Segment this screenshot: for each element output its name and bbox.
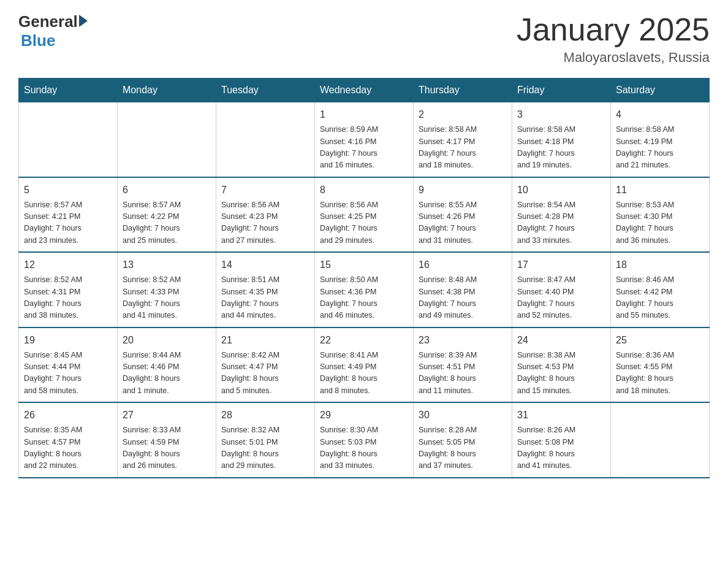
day-info: Sunrise: 8:45 AM Sunset: 4:44 PM Dayligh… — [24, 350, 112, 397]
calendar-cell — [216, 102, 315, 177]
calendar-cell — [611, 402, 710, 478]
day-info: Sunrise: 8:46 AM Sunset: 4:42 PM Dayligh… — [616, 274, 704, 322]
day-number: 17 — [517, 258, 605, 272]
week-row-2: 5Sunrise: 8:57 AM Sunset: 4:21 PM Daylig… — [19, 177, 710, 253]
day-number: 13 — [123, 258, 211, 272]
day-number: 22 — [320, 333, 408, 348]
day-info: Sunrise: 8:56 AM Sunset: 4:23 PM Dayligh… — [221, 199, 309, 247]
day-info: Sunrise: 8:42 AM Sunset: 4:47 PM Dayligh… — [221, 350, 309, 397]
day-number: 27 — [123, 408, 211, 423]
day-number: 3 — [517, 107, 605, 122]
calendar-cell: 7Sunrise: 8:56 AM Sunset: 4:23 PM Daylig… — [216, 177, 315, 253]
title-section: January 2025 Maloyaroslavets, Russia — [517, 12, 710, 66]
calendar-subtitle: Maloyaroslavets, Russia — [517, 50, 710, 66]
calendar-cell: 9Sunrise: 8:55 AM Sunset: 4:26 PM Daylig… — [414, 177, 512, 253]
calendar-cell: 10Sunrise: 8:54 AM Sunset: 4:28 PM Dayli… — [512, 177, 611, 253]
calendar-cell: 14Sunrise: 8:51 AM Sunset: 4:35 PM Dayli… — [216, 252, 315, 327]
day-number: 24 — [517, 333, 605, 348]
day-info: Sunrise: 8:28 AM Sunset: 5:05 PM Dayligh… — [419, 424, 507, 472]
day-info: Sunrise: 8:30 AM Sunset: 5:03 PM Dayligh… — [320, 424, 408, 472]
day-number: 8 — [320, 183, 408, 197]
day-number: 15 — [320, 258, 408, 272]
day-info: Sunrise: 8:54 AM Sunset: 4:28 PM Dayligh… — [517, 199, 605, 247]
day-number: 12 — [24, 258, 112, 272]
page-header: General Blue January 2025 Maloyaroslavet… — [18, 12, 710, 66]
day-number: 10 — [517, 183, 605, 197]
calendar-cell: 8Sunrise: 8:56 AM Sunset: 4:25 PM Daylig… — [315, 177, 414, 253]
calendar-cell: 29Sunrise: 8:30 AM Sunset: 5:03 PM Dayli… — [315, 402, 414, 478]
day-number: 29 — [320, 408, 408, 423]
calendar-cell: 12Sunrise: 8:52 AM Sunset: 4:31 PM Dayli… — [19, 252, 118, 327]
day-number: 16 — [419, 258, 507, 272]
logo-blue-text: Blue — [21, 31, 55, 50]
day-number: 18 — [616, 258, 704, 272]
calendar-title: January 2025 — [517, 12, 710, 47]
weekday-header-tuesday: Tuesday — [216, 79, 315, 102]
weekday-header-row: SundayMondayTuesdayWednesdayThursdayFrid… — [19, 79, 710, 102]
calendar-cell: 23Sunrise: 8:39 AM Sunset: 4:51 PM Dayli… — [414, 327, 512, 403]
calendar-cell: 11Sunrise: 8:53 AM Sunset: 4:30 PM Dayli… — [611, 177, 710, 253]
day-info: Sunrise: 8:56 AM Sunset: 4:25 PM Dayligh… — [320, 199, 408, 247]
calendar-cell: 18Sunrise: 8:46 AM Sunset: 4:42 PM Dayli… — [611, 252, 710, 327]
calendar-cell: 13Sunrise: 8:52 AM Sunset: 4:33 PM Dayli… — [118, 252, 216, 327]
calendar-cell: 27Sunrise: 8:33 AM Sunset: 4:59 PM Dayli… — [118, 402, 216, 478]
day-info: Sunrise: 8:57 AM Sunset: 4:21 PM Dayligh… — [24, 199, 112, 247]
calendar-cell: 24Sunrise: 8:38 AM Sunset: 4:53 PM Dayli… — [512, 327, 611, 403]
day-info: Sunrise: 8:44 AM Sunset: 4:46 PM Dayligh… — [123, 350, 211, 397]
calendar-cell: 15Sunrise: 8:50 AM Sunset: 4:36 PM Dayli… — [315, 252, 414, 327]
day-number: 19 — [24, 333, 112, 348]
day-info: Sunrise: 8:48 AM Sunset: 4:38 PM Dayligh… — [419, 274, 507, 322]
day-info: Sunrise: 8:59 AM Sunset: 4:16 PM Dayligh… — [320, 124, 408, 172]
day-info: Sunrise: 8:52 AM Sunset: 4:33 PM Dayligh… — [123, 274, 211, 322]
weekday-header-saturday: Saturday — [611, 79, 710, 102]
calendar-cell: 31Sunrise: 8:26 AM Sunset: 5:08 PM Dayli… — [512, 402, 611, 478]
calendar-cell: 22Sunrise: 8:41 AM Sunset: 4:49 PM Dayli… — [315, 327, 414, 403]
day-number: 20 — [123, 333, 211, 348]
logo-general-text: General — [18, 12, 78, 31]
week-row-1: 1Sunrise: 8:59 AM Sunset: 4:16 PM Daylig… — [19, 102, 710, 177]
day-number: 1 — [320, 107, 408, 122]
calendar-cell: 26Sunrise: 8:35 AM Sunset: 4:57 PM Dayli… — [19, 402, 118, 478]
calendar-cell: 28Sunrise: 8:32 AM Sunset: 5:01 PM Dayli… — [216, 402, 315, 478]
day-info: Sunrise: 8:39 AM Sunset: 4:51 PM Dayligh… — [419, 350, 507, 397]
weekday-header-sunday: Sunday — [19, 79, 118, 102]
calendar-cell — [19, 102, 118, 177]
day-info: Sunrise: 8:53 AM Sunset: 4:30 PM Dayligh… — [616, 199, 704, 247]
day-info: Sunrise: 8:55 AM Sunset: 4:26 PM Dayligh… — [419, 199, 507, 247]
week-row-4: 19Sunrise: 8:45 AM Sunset: 4:44 PM Dayli… — [19, 327, 710, 403]
calendar-cell: 25Sunrise: 8:36 AM Sunset: 4:55 PM Dayli… — [611, 327, 710, 403]
day-number: 14 — [221, 258, 309, 272]
calendar-cell: 2Sunrise: 8:58 AM Sunset: 4:17 PM Daylig… — [414, 102, 512, 177]
calendar-table: SundayMondayTuesdayWednesdayThursdayFrid… — [18, 78, 710, 478]
day-number: 26 — [24, 408, 112, 423]
day-info: Sunrise: 8:51 AM Sunset: 4:35 PM Dayligh… — [221, 274, 309, 322]
day-number: 30 — [419, 408, 507, 423]
day-info: Sunrise: 8:41 AM Sunset: 4:49 PM Dayligh… — [320, 350, 408, 397]
weekday-header-monday: Monday — [118, 79, 216, 102]
day-info: Sunrise: 8:38 AM Sunset: 4:53 PM Dayligh… — [517, 350, 605, 397]
day-info: Sunrise: 8:58 AM Sunset: 4:17 PM Dayligh… — [419, 124, 507, 172]
day-info: Sunrise: 8:50 AM Sunset: 4:36 PM Dayligh… — [320, 274, 408, 322]
day-number: 31 — [517, 408, 605, 423]
calendar-cell: 16Sunrise: 8:48 AM Sunset: 4:38 PM Dayli… — [414, 252, 512, 327]
calendar-cell — [118, 102, 216, 177]
day-number: 4 — [616, 107, 704, 122]
calendar-cell: 19Sunrise: 8:45 AM Sunset: 4:44 PM Dayli… — [19, 327, 118, 403]
day-info: Sunrise: 8:57 AM Sunset: 4:22 PM Dayligh… — [123, 199, 211, 247]
day-number: 28 — [221, 408, 309, 423]
day-info: Sunrise: 8:35 AM Sunset: 4:57 PM Dayligh… — [24, 424, 112, 472]
calendar-cell: 5Sunrise: 8:57 AM Sunset: 4:21 PM Daylig… — [19, 177, 118, 253]
day-info: Sunrise: 8:58 AM Sunset: 4:19 PM Dayligh… — [616, 124, 704, 172]
weekday-header-thursday: Thursday — [414, 79, 512, 102]
logo: General Blue — [18, 12, 89, 50]
calendar-cell: 4Sunrise: 8:58 AM Sunset: 4:19 PM Daylig… — [611, 102, 710, 177]
weekday-header-friday: Friday — [512, 79, 611, 102]
week-row-3: 12Sunrise: 8:52 AM Sunset: 4:31 PM Dayli… — [19, 252, 710, 327]
day-info: Sunrise: 8:58 AM Sunset: 4:18 PM Dayligh… — [517, 124, 605, 172]
calendar-cell: 20Sunrise: 8:44 AM Sunset: 4:46 PM Dayli… — [118, 327, 216, 403]
calendar-cell: 17Sunrise: 8:47 AM Sunset: 4:40 PM Dayli… — [512, 252, 611, 327]
weekday-header-wednesday: Wednesday — [315, 79, 414, 102]
day-number: 9 — [419, 183, 507, 197]
day-number: 23 — [419, 333, 507, 348]
day-number: 2 — [419, 107, 507, 122]
